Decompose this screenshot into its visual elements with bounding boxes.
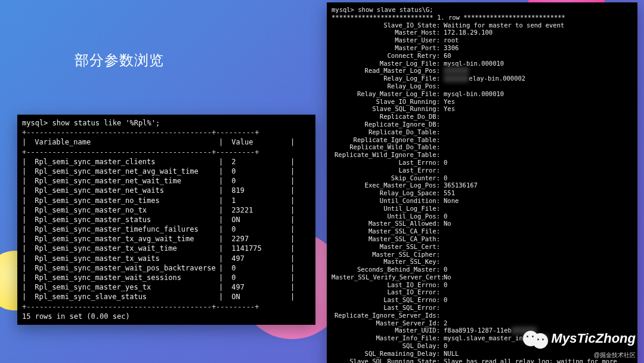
status-row: Master_SSL_Allowed:No [332, 220, 633, 227]
status-row: Skip_Counter:0 [332, 174, 633, 182]
col-value: Value [231, 138, 253, 146]
result-footer: 15 rows in set (0.00 sec) [22, 312, 311, 321]
var-value: 2 [231, 158, 236, 166]
table-row: | Rpl_semi_sync_master_yes_tx| 497| [22, 282, 311, 292]
status-value: elay-bin.000002 [442, 75, 633, 82]
status-value: 0 [442, 266, 633, 273]
var-value: 0 [231, 167, 236, 176]
status-value [442, 67, 633, 75]
status-key: Replicate_Wild_Do_Table: [332, 143, 442, 151]
status-value [442, 151, 633, 159]
table-header: | Variable_name | Value | [22, 137, 311, 147]
col-variable: Variable_name [35, 138, 91, 146]
status-row: Last_Errno:0 [332, 159, 633, 167]
status-value: 551 [442, 189, 633, 197]
var-name: Rpl_semi_sync_master_wait_pos_backtraver… [35, 264, 215, 272]
status-value [442, 304, 633, 312]
status-row: Slave_IO_Running:Yes [332, 98, 633, 106]
status-value [442, 288, 633, 296]
table-row: | Rpl_semi_sync_master_tx_avg_wait_time|… [22, 234, 311, 244]
var-value: 1 [231, 196, 236, 205]
status-row: Replicate_Ignore_Table: [332, 136, 633, 144]
status-row: Master_User:root [332, 36, 633, 44]
watermark: MysTicZhong @掘金技术社区 [523, 327, 636, 359]
status-key: Master_Log_File: [332, 60, 442, 67]
var-name: Rpl_semi_sync_slave_status [35, 293, 147, 301]
status-row: Until_Log_Pos:0 [332, 213, 633, 220]
status-row: Master_SSL_Verify_Server_Cert:No [332, 273, 633, 281]
status-value [442, 205, 633, 213]
status-row: Replicate_Wild_Ignore_Table: [332, 151, 633, 159]
status-key: Master_UUID: [332, 327, 442, 334]
status-value [442, 312, 633, 319]
status-row: Relay_Log_Space:551 [332, 189, 633, 197]
watermark-sub: @掘金技术社区 [594, 351, 636, 359]
status-row: Exec_Master_Log_Pos:365136167 [332, 182, 633, 189]
table-row: | Rpl_semi_sync_master_status| ON| [22, 215, 311, 224]
var-value: 497 [231, 254, 244, 263]
status-row: Until_Condition:None [332, 197, 633, 205]
status-key: Relay_Log_File: [332, 75, 442, 82]
var-value: ON [231, 293, 240, 301]
table-separator: +---------------------------------------… [22, 128, 311, 137]
status-row: Read_Master_Log_Pos: [332, 67, 633, 75]
status-row: Master_SSL_Cert: [332, 243, 633, 251]
status-row: Master_SSL_CA_File: [332, 227, 633, 235]
var-name: Rpl_semi_sync_master_clients [35, 158, 155, 166]
status-value: Waiting for master to send event [442, 21, 633, 29]
status-key: Slave_IO_Running: [332, 98, 442, 106]
status-key: Last_Errno: [332, 159, 442, 167]
status-value: 2 [442, 319, 633, 327]
status-key: Replicate_Ignore_Server_Ids: [332, 312, 442, 319]
status-row: Master_Port:3306 [332, 44, 633, 52]
var-value: ON [231, 216, 240, 224]
terminal-left: mysql> show status like '%Rpl%'; +------… [17, 115, 315, 325]
mysql-prompt: mysql> show slave status\G; [332, 6, 633, 14]
mysql-prompt: mysql> show status like '%Rpl%'; [22, 118, 311, 128]
var-name: Rpl_semi_sync_master_tx_avg_wait_time [35, 235, 194, 243]
status-key: Replicate_Do_Table: [332, 128, 442, 136]
status-key: Master_SSL_Verify_Server_Cert: [332, 273, 442, 281]
status-row: Replicate_Ignore_DB: [332, 121, 633, 128]
status-key: Slave_SQL_Running: [332, 105, 442, 113]
status-value: None [442, 197, 633, 205]
status-key: Master_Server_Id: [332, 319, 442, 327]
status-row: Last_SQL_Error: [332, 304, 633, 312]
status-value: 0 [442, 213, 633, 220]
status-row: Last_SQL_Errno:0 [332, 296, 633, 304]
status-key: Master_SSL_Cipher: [332, 251, 442, 259]
var-value: 0 [231, 225, 236, 233]
var-name: Rpl_semi_sync_master_no_times [35, 196, 160, 205]
status-key: Replicate_Do_DB: [332, 113, 442, 121]
status-value [442, 128, 633, 136]
table-row: | Rpl_semi_sync_master_net_wait_time| 0| [22, 176, 311, 186]
var-value: 23221 [231, 206, 253, 214]
status-row: Replicate_Do_Table: [332, 128, 633, 136]
status-key: Replicate_Ignore_DB: [332, 121, 442, 128]
status-row: Until_Log_File: [332, 205, 633, 213]
table-row: | Rpl_semi_sync_master_wait_sessions| 0| [22, 273, 311, 282]
status-key: Master_Port: [332, 44, 442, 52]
status-value: mysql-bin.000010 [442, 90, 633, 98]
status-key: Relay_Log_Pos: [332, 82, 442, 90]
section-title: 部分参数浏览 [75, 51, 164, 70]
status-row: Master_SSL_Key: [332, 258, 633, 266]
status-key: Until_Log_File: [332, 205, 442, 213]
status-value [442, 235, 633, 243]
var-value: 2297 [231, 235, 249, 243]
status-key: Connect_Retry: [332, 52, 442, 60]
status-value: 365136167 [442, 182, 633, 189]
status-row: Relay_Log_Pos: [332, 82, 633, 90]
status-key: Master_SSL_Key: [332, 258, 442, 266]
table-row: | Rpl_semi_sync_master_tx_wait_time| 114… [22, 244, 311, 253]
table-separator: +---------------------------------------… [22, 147, 311, 157]
status-key: Master_SSL_CA_File: [332, 227, 442, 235]
status-key: Relay_Master_Log_File: [332, 90, 442, 98]
status-key: Skip_Counter: [332, 174, 442, 182]
var-value: 0 [231, 264, 236, 272]
status-value: No [442, 273, 633, 281]
status-value: No [442, 220, 633, 227]
var-value: 497 [231, 283, 244, 291]
status-key: Master_SSL_Cert: [332, 243, 442, 251]
var-name: Rpl_semi_sync_master_wait_sessions [35, 273, 181, 282]
